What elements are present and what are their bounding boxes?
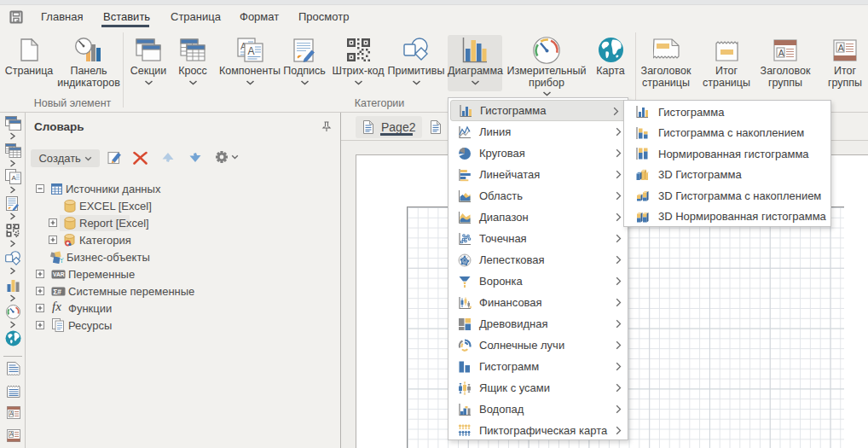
svg-text:A: A (9, 410, 14, 416)
svg-text:VAR: VAR (53, 271, 65, 277)
svg-text:A: A (9, 431, 14, 437)
svg-text:A: A (778, 47, 784, 57)
svg-text:A: A (247, 45, 254, 57)
svg-text:Σ#: Σ# (53, 288, 61, 296)
svg-text:A: A (12, 174, 17, 182)
svg-text:A: A (838, 42, 844, 52)
